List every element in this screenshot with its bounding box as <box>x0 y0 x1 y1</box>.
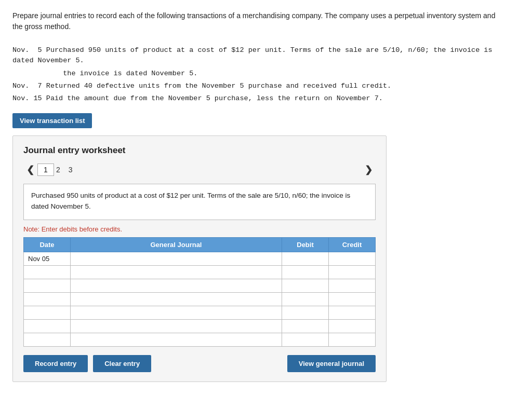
table-row <box>24 293 376 306</box>
table-row <box>24 320 376 333</box>
date-cell-5 <box>24 306 71 320</box>
col-credit: Credit <box>329 238 376 252</box>
date-cell-7 <box>24 333 71 347</box>
debit-cell-2[interactable] <box>282 266 329 279</box>
tab-2[interactable]: 2 <box>56 166 60 174</box>
debit-input-7[interactable] <box>282 333 328 346</box>
worksheet-container: Journal entry worksheet ❮ 1 2 3 ❯ Purcha… <box>12 135 387 382</box>
col-date: Date <box>24 238 71 252</box>
debit-input-2[interactable] <box>282 266 328 279</box>
description-box: Purchased 950 units of product at a cost… <box>23 184 376 220</box>
date-cell-6 <box>24 320 71 333</box>
transaction-3-label: Nov. 7 <box>12 82 46 90</box>
gj-input-4[interactable] <box>71 293 282 306</box>
intro-text: Prepare journal entries to record each o… <box>12 10 506 32</box>
debit-input-1[interactable] <box>282 252 328 265</box>
table-row <box>24 306 376 320</box>
gj-input-3[interactable] <box>71 279 282 292</box>
col-general-journal: General Journal <box>71 238 282 252</box>
credit-input-5[interactable] <box>329 306 375 319</box>
gj-input-1[interactable] <box>71 252 282 265</box>
date-cell-4 <box>24 293 71 306</box>
date-cell-2 <box>24 266 71 279</box>
transaction-1-text: Purchased 950 units of product at a cost… <box>12 46 493 64</box>
gj-cell-3[interactable] <box>71 279 282 293</box>
gj-cell-1[interactable] <box>71 252 282 266</box>
credit-input-4[interactable] <box>329 293 375 306</box>
transaction-2: the invoice is dated November 5. <box>12 69 506 79</box>
journal-table: Date General Journal Debit Credit Nov 05 <box>23 237 376 347</box>
button-row: Record entry Clear entry View general jo… <box>23 355 376 372</box>
transaction-3-text: Returned 40 defective units from the Nov… <box>46 82 391 90</box>
clear-entry-button[interactable]: Clear entry <box>93 355 151 372</box>
table-row <box>24 266 376 279</box>
transaction-3: Nov. 7 Returned 40 defective units from … <box>12 81 506 91</box>
gj-cell-4[interactable] <box>71 293 282 306</box>
debit-cell-4[interactable] <box>282 293 329 306</box>
debit-input-6[interactable] <box>282 320 328 333</box>
table-row <box>24 279 376 293</box>
record-entry-button[interactable]: Record entry <box>23 355 88 372</box>
credit-input-3[interactable] <box>329 279 375 292</box>
prev-arrow[interactable]: ❮ <box>23 163 37 176</box>
col-debit: Debit <box>282 238 329 252</box>
tab-3[interactable]: 3 <box>69 166 73 174</box>
gj-cell-7[interactable] <box>71 333 282 347</box>
credit-cell-4[interactable] <box>329 293 376 306</box>
credit-input-2[interactable] <box>329 266 375 279</box>
table-row <box>24 333 376 347</box>
debit-cell-7[interactable] <box>282 333 329 347</box>
debit-cell-3[interactable] <box>282 279 329 293</box>
active-tab[interactable]: 1 <box>37 163 54 176</box>
credit-cell-1[interactable] <box>329 252 376 266</box>
credit-input-6[interactable] <box>329 320 375 333</box>
gj-cell-5[interactable] <box>71 306 282 320</box>
transaction-1-extra: the invoice is dated November 5. <box>63 70 197 77</box>
debit-input-5[interactable] <box>282 306 328 319</box>
next-arrow[interactable]: ❯ <box>362 163 376 176</box>
note-text: Note: Enter debits before credits. <box>23 225 376 233</box>
date-cell-1: Nov 05 <box>24 252 71 266</box>
credit-cell-3[interactable] <box>329 279 376 293</box>
transaction-4: Nov. 15 Paid the amount due from the Nov… <box>12 93 506 104</box>
transaction-1-label: Nov. 5 <box>12 46 46 54</box>
debit-cell-5[interactable] <box>282 306 329 320</box>
credit-input-7[interactable] <box>329 333 375 346</box>
date-cell-3 <box>24 279 71 293</box>
worksheet-title: Journal entry worksheet <box>23 145 376 156</box>
debit-cell-6[interactable] <box>282 320 329 333</box>
transaction-4-label: Nov. 15 <box>12 94 46 102</box>
problem-text: Prepare journal entries to record each o… <box>12 10 506 104</box>
credit-cell-5[interactable] <box>329 306 376 320</box>
table-row: Nov 05 <box>24 252 376 266</box>
gj-cell-6[interactable] <box>71 320 282 333</box>
credit-cell-2[interactable] <box>329 266 376 279</box>
gj-input-2[interactable] <box>71 266 282 279</box>
debit-cell-1[interactable] <box>282 252 329 266</box>
gj-input-7[interactable] <box>71 333 282 346</box>
debit-input-3[interactable] <box>282 279 328 292</box>
transaction-1: Nov. 5 Purchased 950 units of product at… <box>12 45 506 66</box>
view-transaction-button[interactable]: View transaction list <box>12 113 92 128</box>
debit-input-4[interactable] <box>282 293 328 306</box>
view-general-journal-button[interactable]: View general journal <box>287 355 376 372</box>
credit-cell-6[interactable] <box>329 320 376 333</box>
nav-row: ❮ 1 2 3 ❯ <box>23 163 376 176</box>
credit-input-1[interactable] <box>329 252 375 265</box>
gj-cell-2[interactable] <box>71 266 282 279</box>
transaction-4-text: Paid the amount due from the November 5 … <box>46 94 383 102</box>
gj-input-6[interactable] <box>71 320 282 333</box>
credit-cell-7[interactable] <box>329 333 376 347</box>
gj-input-5[interactable] <box>71 306 282 319</box>
